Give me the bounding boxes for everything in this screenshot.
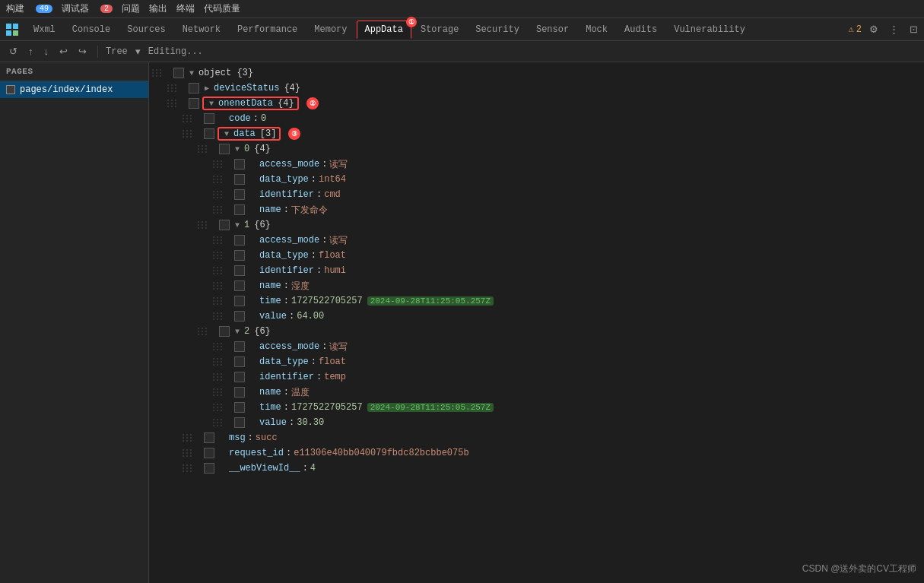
toolbar-codequality[interactable]: 代码质量 (204, 2, 240, 15)
tree-row-onenetdata[interactable]: ▼ onenetData {4} ② (149, 96, 924, 111)
row-checkbox[interactable] (234, 159, 245, 170)
tab-wxml[interactable]: Wxml (26, 21, 63, 38)
row-checkbox[interactable] (234, 189, 245, 200)
row-gutter (213, 236, 234, 244)
svg-rect-0 (6, 24, 11, 29)
gutter-dots (213, 282, 223, 290)
row-checkbox[interactable] (234, 356, 245, 367)
row-checkbox[interactable] (173, 68, 184, 78)
tree-row-0[interactable]: ▼ 0 {4} (149, 141, 924, 157)
row-checkbox[interactable] (189, 83, 199, 93)
key-devicestatus: deviceStatus (214, 83, 279, 93)
brace-devicestatus: {4} (284, 83, 300, 93)
row-checkbox[interactable] (204, 128, 214, 139)
redo-button[interactable]: ↪ (75, 44, 90, 59)
tab-security[interactable]: Security (468, 21, 527, 38)
tree-row-value-1[interactable]: ▶ value : 64.00 (149, 309, 924, 324)
row-checkbox[interactable] (189, 98, 199, 109)
brace-data: [3] (260, 128, 277, 139)
tree-row-name-1[interactable]: ▶ name : 湿度 (149, 278, 924, 293)
tab-audits[interactable]: Audits (617, 21, 665, 38)
tree-row-webviewid[interactable]: ▶ __webViewId__ : 4 (149, 461, 924, 476)
up-button[interactable]: ↑ (25, 44, 37, 59)
tree-row-access-mode-1[interactable]: ▶ access_mode : 读写 (149, 233, 924, 248)
tree-row-data-type-1[interactable]: ▶ data_type : float (149, 248, 924, 263)
tree-row-1[interactable]: ▼ 1 {6} (149, 217, 924, 233)
tree-row-code[interactable]: ▶ code : 0 (149, 111, 924, 126)
row-checkbox[interactable] (234, 280, 245, 291)
toggle-icon: ▼ (207, 99, 216, 108)
tree-row-time-1[interactable]: ▶ time : 1727522705257 2024-09-28T11:25:… (149, 293, 924, 309)
tree-dropdown-button[interactable]: ▾ (132, 44, 144, 59)
sidebar-item-pages-index[interactable]: pages/index/index (0, 81, 148, 98)
tab-appdata[interactable]: AppData ① (357, 21, 411, 39)
tree-row-identifier-0[interactable]: ▶ identifier : cmd (149, 187, 924, 202)
toolbar-output[interactable]: 输出 (149, 2, 167, 15)
tab-console[interactable]: Console (65, 21, 118, 38)
tree-row-identifier-1[interactable]: ▶ identifier : humi (149, 263, 924, 278)
val-time-2: 1727522705257 (291, 402, 363, 413)
tree-row-msg[interactable]: ▶ msg : succ (149, 430, 924, 445)
tree-row-data-type-2[interactable]: ▶ data_type : float (149, 354, 924, 369)
val-value-2: 30.30 (297, 417, 324, 428)
row-checkbox[interactable] (234, 265, 245, 276)
toolbar-problems[interactable]: 问题 (122, 2, 140, 15)
row-checkbox[interactable] (234, 250, 245, 261)
row-gutter (213, 297, 234, 305)
row-checkbox[interactable] (204, 448, 214, 458)
row-checkbox[interactable] (204, 113, 214, 124)
row-checkbox[interactable] (234, 387, 245, 398)
row-checkbox[interactable] (219, 144, 230, 154)
val-msg: succ (256, 432, 278, 443)
tab-sources[interactable]: Sources (119, 21, 173, 38)
tree-row-access-mode-0[interactable]: ▶ access_mode : 读写 (149, 157, 924, 172)
key-identifier-2: identifier (259, 372, 314, 382)
row-gutter (213, 404, 234, 411)
row-checkbox[interactable] (204, 463, 214, 474)
row-checkbox[interactable] (204, 432, 214, 443)
tree-row-data[interactable]: ▼ data [3] ③ (149, 126, 924, 141)
row-gutter (167, 84, 189, 92)
tab-memory[interactable]: Memory (306, 21, 354, 38)
tree-row-name-2[interactable]: ▶ name : 温度 (149, 385, 924, 400)
val-code: 0 (261, 113, 266, 124)
tree-row-2[interactable]: ▼ 2 {6} (149, 324, 924, 339)
row-gutter (183, 449, 204, 457)
tree-row-time-2[interactable]: ▶ time : 1727522705257 2024-09-28T11:25:… (149, 400, 924, 415)
tree-root[interactable]: ▼ object {3} (149, 65, 924, 81)
row-checkbox[interactable] (234, 296, 245, 306)
row-checkbox[interactable] (234, 372, 245, 382)
row-checkbox[interactable] (219, 326, 230, 337)
tab-mock[interactable]: Mock (578, 21, 615, 38)
expand-button[interactable]: ⊡ (907, 22, 921, 36)
row-checkbox[interactable] (234, 402, 245, 413)
tab-performance[interactable]: Performance (230, 21, 305, 38)
row-checkbox[interactable] (234, 341, 245, 352)
row-checkbox[interactable] (234, 417, 245, 428)
toolbar-terminal[interactable]: 终端 (176, 2, 195, 15)
row-checkbox[interactable] (234, 235, 245, 246)
down-button[interactable]: ↓ (41, 44, 52, 59)
tree-row-identifier-2[interactable]: ▶ identifier : temp (149, 369, 924, 385)
tree-row-name-0[interactable]: ▶ name : 下发命令 (149, 202, 924, 217)
toolbar-debugger[interactable]: 调试器 (62, 2, 89, 15)
row-checkbox[interactable] (234, 204, 245, 215)
more-button[interactable]: ⋮ (886, 22, 902, 36)
row-checkbox[interactable] (234, 311, 245, 322)
tab-vulnerability[interactable]: Vulnerability (666, 21, 753, 38)
tree-row-value-2[interactable]: ▶ value : 30.30 (149, 415, 924, 430)
row-checkbox[interactable] (234, 174, 245, 185)
undo-button[interactable]: ↩ (56, 44, 71, 59)
tree-row-request-id[interactable]: ▶ request_id : e11306e40bb040079fbdc82bc… (149, 445, 924, 461)
tree-row-data-type-0[interactable]: ▶ data_type : int64 (149, 172, 924, 187)
tab-storage[interactable]: Storage (413, 21, 466, 38)
settings-button[interactable]: ⚙ (866, 22, 881, 36)
tree-row-devicestatus[interactable]: ▶ deviceStatus {4} (149, 81, 924, 96)
tree-row-access-mode-2[interactable]: ▶ access_mode : 读写 (149, 339, 924, 354)
secondary-toolbar: ↺ ↑ ↓ ↩ ↪ Tree ▾ Editing... (0, 41, 924, 62)
refresh-button[interactable]: ↺ (6, 44, 21, 59)
tab-network[interactable]: Network (175, 21, 228, 38)
row-checkbox[interactable] (219, 220, 230, 230)
toolbar-build[interactable]: 构建 (6, 2, 24, 15)
tab-sensor[interactable]: Sensor (529, 21, 576, 38)
